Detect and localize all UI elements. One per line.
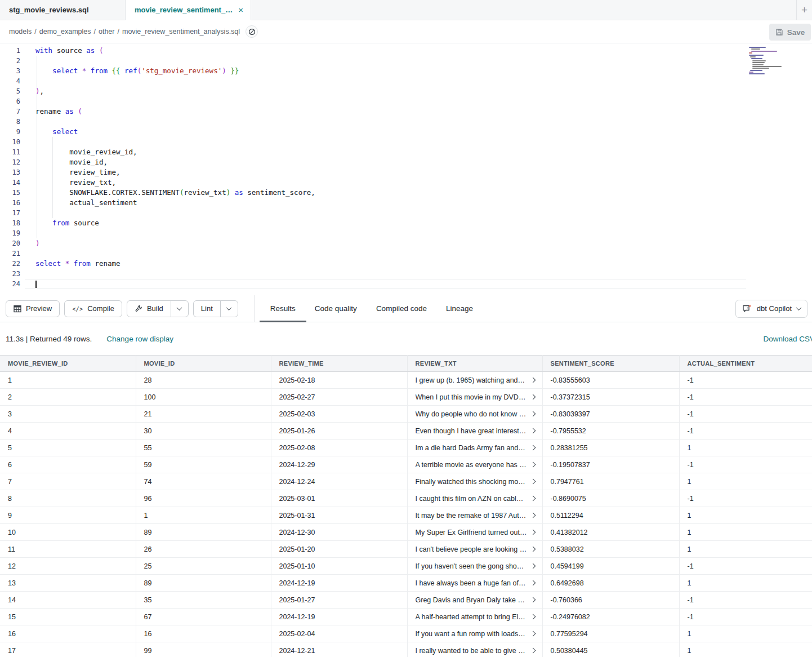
chevron-right-icon[interactable] (530, 479, 536, 485)
table-row: 13892024-12-19I have always been a huge … (0, 575, 812, 592)
table-cell: 2024-12-30 (271, 524, 407, 541)
code-line[interactable]: 3 select * from {{ ref('stg_movie_review… (0, 66, 746, 76)
code-line[interactable]: 21 (0, 248, 746, 259)
breadcrumb-separator: / (34, 28, 36, 35)
column-header[interactable]: MOVIE_REVIEW_ID (0, 356, 136, 372)
file-tab-stg-movie-reviews[interactable]: stg_movie_reviews.sql (0, 0, 126, 20)
code-line[interactable]: 4 (0, 76, 746, 86)
line-number: 1 (0, 46, 25, 56)
breadcrumb-segment[interactable]: models (9, 28, 32, 35)
download-csv-link[interactable]: Download CSV (763, 335, 812, 343)
chevron-right-icon[interactable] (530, 563, 536, 569)
table-cell: 2024-12-29 (271, 456, 407, 473)
code-line[interactable]: 24 (0, 279, 746, 289)
chevron-right-icon[interactable] (530, 462, 536, 468)
code-line[interactable]: 7rename as ( (0, 106, 746, 117)
table-cell: 1 (679, 541, 812, 558)
lint-button[interactable]: Lint (194, 301, 221, 317)
chevron-right-icon[interactable] (530, 614, 536, 620)
preview-button[interactable]: Preview (6, 300, 60, 317)
code-editor[interactable]: 1with source as (23 select * from {{ ref… (0, 43, 812, 295)
table-cell: 0.41382012 (542, 524, 679, 541)
table-cell: 1 (679, 625, 812, 642)
chevron-right-icon[interactable] (530, 496, 536, 501)
code-line[interactable]: 13 review_time, (0, 167, 746, 177)
code-line[interactable]: 11 movie_review_id, (0, 147, 746, 157)
save-button[interactable]: Save (769, 24, 811, 41)
editor-minimap[interactable] (749, 47, 788, 76)
query-summary: 11.3s | Returned 49 rows. (6, 335, 92, 343)
code-line[interactable]: 15 SNOWFLAKE.CORTEX.SENTIMENT(review_txt… (0, 188, 746, 198)
build-dropdown[interactable] (171, 301, 188, 317)
column-header[interactable]: REVIEW_TIME (271, 356, 407, 372)
table-cell: -1 (679, 372, 812, 389)
code-line[interactable]: 16 actual_sentiment (0, 198, 746, 208)
breadcrumb-segment[interactable]: demo_examples (39, 28, 91, 35)
chevron-right-icon[interactable] (530, 428, 536, 434)
chevron-right-icon[interactable] (530, 547, 536, 552)
table-cell: 1 (136, 507, 271, 524)
code-line[interactable]: 2 (0, 56, 746, 66)
chevron-right-icon[interactable] (530, 648, 536, 654)
chevron-right-icon[interactable] (530, 631, 536, 637)
tab-code-quality[interactable]: Code quality (315, 295, 357, 322)
column-header[interactable]: REVIEW_TXT (407, 356, 542, 372)
review-txt-cell: A half-hearted attempt to bring Elvis P… (407, 609, 542, 625)
new-tab-button[interactable]: + (796, 0, 812, 20)
code-line[interactable]: 12 movie_id, (0, 157, 746, 167)
chevron-right-icon[interactable] (530, 445, 536, 451)
code-text: select * from rename (25, 259, 746, 269)
line-number: 9 (0, 127, 25, 137)
chevron-right-icon[interactable] (530, 378, 536, 383)
column-header[interactable]: SENTIMENT_SCORE (542, 356, 679, 372)
column-header[interactable]: MOVIE_ID (136, 356, 271, 372)
table-row: 12252025-01-10If you haven't seen the go… (0, 558, 812, 575)
code-line[interactable]: 23 (0, 269, 746, 279)
chevron-right-icon[interactable] (530, 530, 536, 535)
table-cell: -0.8690075 (542, 490, 679, 507)
slash-circle-icon[interactable] (246, 25, 258, 38)
table-row: 3212025-02-03Why do people who do not kn… (0, 406, 812, 423)
tab-compiled-code[interactable]: Compiled code (376, 295, 427, 322)
table-cell: 2024-12-24 (271, 473, 407, 490)
code-line[interactable]: 6 (0, 96, 746, 106)
dbt-copilot-button[interactable]: dbt Copilot (735, 300, 807, 318)
change-row-display-link[interactable]: Change row display (106, 335, 173, 343)
table-cell: 1 (679, 507, 812, 524)
code-line[interactable]: 10 (0, 137, 746, 147)
column-header[interactable]: ACTUAL_SENTIMENT (679, 356, 812, 372)
code-line[interactable]: 1with source as ( (0, 46, 746, 56)
chevron-right-icon[interactable] (530, 513, 536, 518)
table-cell: 0.6492698 (542, 575, 679, 592)
table-cell: 2024-12-19 (271, 575, 407, 592)
build-button[interactable]: Build (127, 301, 171, 317)
code-line[interactable]: 22select * from rename (0, 259, 746, 269)
code-line[interactable]: 18 from source (0, 218, 746, 228)
text-cursor (35, 281, 37, 288)
code-line[interactable]: 5), (0, 86, 746, 96)
code-text: review_time, (25, 167, 746, 177)
table-cell: 15 (0, 609, 136, 625)
code-line[interactable]: 9 select (0, 127, 746, 137)
chevron-right-icon[interactable] (530, 411, 536, 417)
chevron-right-icon[interactable] (530, 597, 536, 603)
review-text: If you want a fun romp with loads of s… (416, 630, 527, 638)
tab-lineage[interactable]: Lineage (446, 295, 473, 322)
code-line[interactable]: 8 (0, 117, 746, 127)
breadcrumb-segment[interactable]: other (99, 28, 115, 35)
table-row: 8962025-03-01I caught this film on AZN o… (0, 490, 812, 507)
compile-button[interactable]: Compile (64, 300, 122, 317)
code-line[interactable]: 19 (0, 228, 746, 238)
code-line[interactable]: 17 (0, 208, 746, 218)
table-cell: 96 (136, 490, 271, 507)
code-line[interactable]: 20) (0, 238, 746, 248)
file-tab-movie-review-sentiment[interactable]: movie_review_sentiment_… × (126, 0, 251, 20)
close-icon[interactable]: × (238, 6, 243, 14)
code-line[interactable]: 14 review_txt, (0, 177, 746, 188)
chevron-right-icon[interactable] (530, 394, 536, 400)
review-text: My Super Ex Girlfriend turned out to b… (416, 529, 527, 536)
tab-results[interactable]: Results (270, 295, 296, 322)
chevron-right-icon[interactable] (530, 580, 536, 586)
lint-dropdown[interactable] (221, 301, 238, 317)
table-row: 4302025-01-26Even though I have great in… (0, 423, 812, 440)
